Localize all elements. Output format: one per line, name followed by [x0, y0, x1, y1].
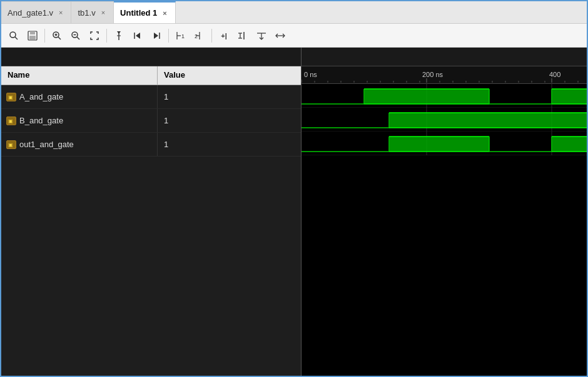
waveform-signals	[302, 84, 587, 377]
tab-tb1[interactable]: tb1.v ×	[71, 1, 114, 23]
left-panel: Name Value ▣ A_and_gate 1	[1, 48, 302, 377]
signal-icon-out1: ▣	[6, 140, 16, 149]
svg-text:400: 400	[549, 71, 560, 78]
svg-rect-3	[30, 31, 35, 34]
svg-marker-16	[154, 33, 158, 39]
waveform-row-a	[302, 84, 587, 108]
signal-table: Name Value ▣ A_and_gate 1	[1, 66, 301, 377]
waveform-svg-b	[302, 108, 587, 132]
signal-value-a: 1	[158, 85, 175, 108]
svg-rect-73	[552, 89, 587, 104]
svg-text:2: 2	[195, 33, 198, 39]
svg-point-0	[10, 32, 16, 38]
save-button[interactable]	[24, 27, 41, 44]
signal-row-b[interactable]: ▣ B_and_gate 1	[1, 109, 301, 133]
t1-button[interactable]: 1	[172, 27, 190, 44]
signal-row-a[interactable]: ▣ A_and_gate 1	[1, 85, 301, 109]
signal-value-out1: 1	[158, 133, 175, 156]
cursor-button[interactable]	[110, 27, 128, 44]
column-value-header: Value	[158, 66, 191, 85]
tab-close-tb1[interactable]: ×	[99, 8, 107, 17]
tab-bar: And_gate1.v × tb1.v × Untitled 1 ×	[1, 1, 587, 24]
waveform-row-b	[302, 108, 587, 132]
tab-label: Untitled 1	[120, 8, 157, 18]
svg-rect-87	[389, 137, 489, 152]
tab-untitled[interactable]: Untitled 1 ×	[114, 1, 176, 23]
right-panel: 0 ns 200 ns	[302, 48, 587, 377]
svg-text:▣: ▣	[8, 95, 13, 100]
time-ruler: 0 ns 200 ns	[302, 66, 587, 84]
zoom-out-button[interactable]	[67, 27, 84, 44]
svg-text:0 ns: 0 ns	[304, 71, 317, 78]
svg-text:▣: ▣	[8, 118, 13, 124]
svg-rect-4	[29, 36, 36, 39]
waveform-svg-out1	[302, 132, 587, 155]
svg-marker-14	[136, 33, 140, 39]
svg-line-6	[58, 37, 61, 39]
search-button[interactable]	[5, 27, 23, 44]
table-header: Name Value	[1, 66, 301, 85]
svg-rect-80	[389, 113, 587, 128]
zoom-in-button[interactable]	[48, 27, 66, 44]
add-cursor-button[interactable]: +|	[215, 27, 233, 44]
ref-button[interactable]	[253, 27, 270, 44]
next-edge-button[interactable]	[148, 27, 165, 44]
svg-line-1	[15, 37, 18, 39]
tab-label: And_gate1.v	[8, 8, 53, 18]
svg-rect-67	[364, 89, 489, 104]
prev-edge-button[interactable]	[129, 27, 146, 44]
panel-header-bar	[1, 48, 301, 66]
signal-value-b: 1	[158, 109, 175, 132]
svg-text:1: 1	[181, 33, 185, 39]
signal-name-label-a: A_and_gate	[19, 92, 63, 101]
signal-icon-b: ▣	[6, 116, 16, 125]
svg-text:200 ns: 200 ns	[422, 71, 444, 78]
column-name-header: Name	[1, 66, 158, 85]
tab-close-and-gate[interactable]: ×	[57, 8, 64, 17]
toolbar: 1 2 +|	[1, 24, 587, 48]
main-area: Name Value ▣ A_and_gate 1	[1, 48, 587, 377]
snap-button[interactable]	[234, 27, 251, 44]
signal-name-label-b: B_and_gate	[19, 116, 63, 125]
tab-and-gate[interactable]: And_gate1.v ×	[1, 1, 71, 23]
stretch-button[interactable]	[271, 27, 289, 44]
signal-rows: ▣ A_and_gate 1 ▣	[1, 85, 301, 377]
tab-close-untitled[interactable]: ×	[161, 9, 168, 18]
waveform-row-out1	[302, 132, 587, 155]
svg-rect-93	[552, 137, 587, 152]
fit-button[interactable]	[86, 27, 103, 44]
waveform-header	[302, 48, 587, 66]
signal-icon-a: ▣	[6, 93, 16, 101]
svg-text:▣: ▣	[8, 142, 13, 148]
tab-label: tb1.v	[78, 8, 95, 18]
signal-row-out1[interactable]: ▣ out1_and_gate 1	[1, 133, 301, 157]
t2-button[interactable]: 2	[191, 27, 208, 44]
signal-name-out1: ▣ out1_and_gate	[1, 133, 158, 156]
signal-name-b: ▣ B_and_gate	[1, 109, 158, 132]
waveform-svg-a	[302, 84, 587, 108]
svg-line-10	[77, 37, 79, 39]
signal-name-label-out1: out1_and_gate	[19, 140, 74, 149]
signal-name-a: ▣ A_and_gate	[1, 85, 158, 108]
